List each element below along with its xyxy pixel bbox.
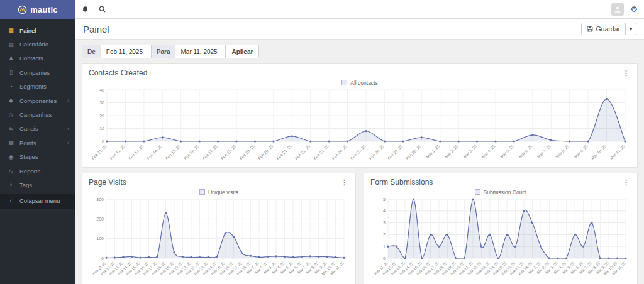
svg-text:Mar 5, 25: Mar 5, 25: [499, 143, 515, 159]
top-bar: mautic ⚙: [0, 0, 644, 19]
sidebar-item-label: Contacts: [19, 55, 43, 62]
svg-text:Mar 10, 25: Mar 10, 25: [590, 143, 607, 160]
svg-text:Feb 27, 25: Feb 27, 25: [387, 143, 404, 160]
svg-text:Mar 6, 25: Mar 6, 25: [518, 143, 533, 159]
building-icon: ▯: [6, 69, 16, 75]
page-title: Painel: [83, 24, 109, 35]
sidebar-item-calendário[interactable]: ▤Calendário: [0, 37, 75, 51]
contacts-created-chart[interactable]: 010203040Feb 11, 25Feb 12, 25Feb 13, 25F…: [89, 87, 630, 163]
svg-text:1: 1: [383, 244, 386, 249]
person-icon: ♟: [6, 55, 16, 62]
svg-text:Feb 16, 25: Feb 16, 25: [183, 143, 200, 160]
page-visits-legend[interactable]: Unique visits: [82, 188, 355, 196]
date-range-filter: De Para Aplicar: [82, 45, 259, 58]
sidebar-item-contacts[interactable]: ♟Contacts: [0, 52, 75, 65]
sidebar-item-componentes[interactable]: ◆Componentes›: [0, 94, 75, 107]
line-chart-icon: ∿: [6, 168, 16, 174]
contacts-created-legend[interactable]: All contacts: [82, 79, 637, 87]
sidebar-item-label: Points: [19, 139, 36, 146]
sidebar-item-points[interactable]: ▩Points›: [0, 136, 75, 150]
clock-icon: ◷: [6, 112, 16, 118]
svg-text:Mar 8, 25: Mar 8, 25: [555, 143, 570, 159]
sidebar-item-label: Segments: [19, 83, 47, 90]
save-button-label: Guardar: [596, 25, 620, 33]
svg-text:Mar 7, 25: Mar 7, 25: [536, 143, 552, 159]
gauge-icon: ◉: [6, 154, 16, 160]
contacts-created-menu-icon[interactable]: ⋮: [621, 70, 631, 77]
sidebar-item-label: Companies: [19, 69, 50, 76]
sidebar-item-label: Tags: [19, 182, 32, 188]
svg-text:100: 100: [96, 236, 104, 241]
form-submissions-legend[interactable]: Submission Count: [364, 188, 637, 196]
page-visits-chart[interactable]: 0100200300Feb 11, 25Feb 12, 25Feb 13, 25…: [89, 196, 349, 280]
caret-down-icon: ▾: [630, 26, 632, 32]
svg-text:Mar 3, 25: Mar 3, 25: [462, 143, 478, 159]
legend-swatch: [475, 189, 480, 195]
sidebar-item-canais[interactable]: ≋Canais›: [0, 122, 75, 136]
settings-gear-icon[interactable]: ⚙: [630, 5, 638, 13]
save-dropdown-caret[interactable]: ▾: [626, 23, 636, 35]
sidebar-item-label: Calendário: [19, 41, 48, 48]
date-to-input[interactable]: [175, 45, 226, 58]
legend-swatch: [341, 80, 347, 85]
sidebar-item-companies[interactable]: ▯Companies: [0, 65, 75, 79]
legend-label: Submission Count: [484, 189, 527, 195]
svg-text:2: 2: [383, 232, 386, 237]
page-visits-menu-icon[interactable]: ⋮: [340, 179, 349, 186]
main-area: Painel Guardar ▾ De Para Aplicar: [75, 19, 644, 284]
svg-text:Feb 23, 25: Feb 23, 25: [313, 143, 330, 160]
tag-icon: ◗: [6, 182, 16, 188]
svg-text:200: 200: [96, 217, 104, 221]
svg-text:Feb 18, 25: Feb 18, 25: [220, 143, 237, 160]
svg-text:Feb 21, 25: Feb 21, 25: [275, 143, 292, 160]
pie-chart-icon: ◔: [6, 84, 16, 90]
legend-label: Unique visits: [208, 189, 238, 195]
sidebar-item-reports[interactable]: ∿Reports: [0, 164, 75, 178]
svg-text:4: 4: [383, 209, 386, 213]
date-from-input[interactable]: [101, 45, 152, 58]
sidebar-item-segments[interactable]: ◔Segments: [0, 80, 75, 94]
legend-label: All contacts: [350, 80, 377, 86]
form-submissions-chart[interactable]: 012345Feb 11, 25Feb 12, 25Feb 13, 25Feb …: [370, 196, 631, 280]
svg-text:Feb 20, 25: Feb 20, 25: [257, 143, 274, 160]
svg-text:30: 30: [99, 101, 104, 105]
apply-button[interactable]: Aplicar: [226, 45, 258, 58]
svg-text:Feb 28, 25: Feb 28, 25: [405, 143, 422, 160]
page-header: Painel Guardar ▾: [75, 19, 644, 40]
dashboard-content: De Para Aplicar Contacts Created ⋮ All c…: [75, 40, 644, 284]
form-submissions-panel: Form Submissions ⋮ Submission Count 0123…: [364, 173, 638, 284]
svg-text:Feb 15, 25: Feb 15, 25: [164, 143, 181, 160]
brand-name: mautic: [30, 5, 58, 14]
top-toolbar: ⚙: [75, 0, 644, 19]
svg-text:Mar 2, 25: Mar 2, 25: [443, 143, 459, 159]
page-visits-title: Page Visits: [89, 178, 126, 187]
svg-text:0: 0: [101, 256, 104, 261]
search-icon[interactable]: [99, 6, 106, 13]
form-submissions-title: Form Submissions: [370, 178, 433, 187]
svg-text:Feb 26, 25: Feb 26, 25: [368, 143, 385, 160]
sidebar-item-label: Canais: [19, 125, 38, 132]
svg-text:10: 10: [99, 126, 104, 131]
save-button[interactable]: Guardar: [581, 23, 626, 35]
calculator-icon: ▩: [6, 139, 16, 146]
collapse-menu-button[interactable]: ‹Colapsar menu: [0, 194, 75, 209]
mautic-dashboard: mautic ⚙ ▦Painel▤Calendário♟Contacts▯Com…: [0, 0, 644, 284]
svg-text:Mar 11, 25: Mar 11, 25: [609, 143, 626, 160]
contacts-created-title: Contacts Created: [89, 68, 147, 77]
mautic-logo[interactable]: mautic: [0, 0, 75, 19]
user-avatar[interactable]: [611, 3, 624, 16]
sidebar-item-label: Componentes: [19, 97, 57, 104]
sidebar-item-campanhas[interactable]: ◷Campanhas: [0, 107, 75, 121]
sidebar-item-tags[interactable]: ◗Tags: [0, 178, 75, 192]
svg-text:Mar 1, 25: Mar 1, 25: [425, 143, 441, 159]
dashboard-grid-icon: ▦: [6, 27, 16, 33]
svg-text:Feb 19, 25: Feb 19, 25: [238, 143, 255, 160]
sidebar-item-stages[interactable]: ◉Stages: [0, 150, 75, 164]
notifications-bell-icon[interactable]: [82, 6, 89, 13]
chevron-right-icon: ›: [67, 126, 69, 132]
sidebar-item-painel[interactable]: ▦Painel: [0, 23, 75, 37]
form-submissions-menu-icon[interactable]: ⋮: [621, 179, 631, 186]
svg-text:40: 40: [99, 88, 104, 92]
broadcast-icon: ≋: [6, 126, 16, 132]
svg-text:Mar 4, 25: Mar 4, 25: [480, 143, 496, 159]
